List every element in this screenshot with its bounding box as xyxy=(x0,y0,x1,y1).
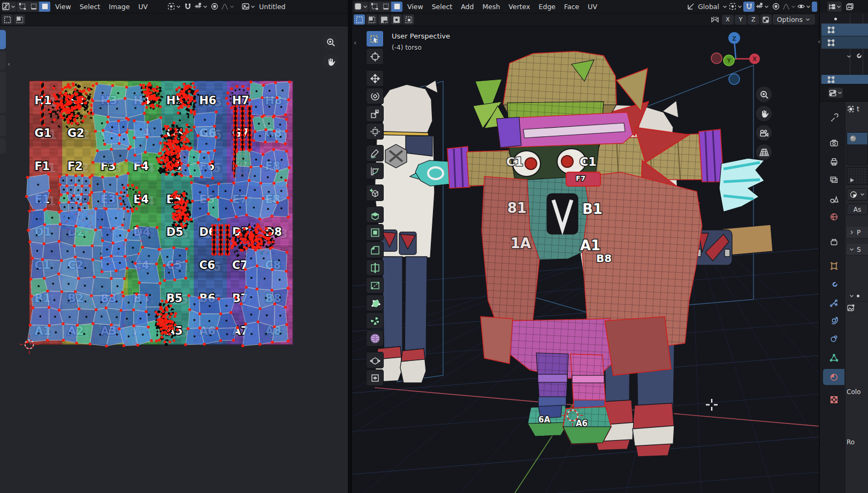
viewport-menu-edge[interactable]: Edge xyxy=(535,2,560,12)
properties-tab-object[interactable] xyxy=(823,258,844,274)
selectmode-extend-button[interactable] xyxy=(366,14,377,25)
viewport-menu-face[interactable]: Face xyxy=(560,2,583,12)
properties-tab-particles[interactable] xyxy=(823,295,844,311)
uv-pan-button[interactable] xyxy=(323,54,338,70)
uv-menu-uv[interactable]: UV xyxy=(134,2,152,12)
tool-knife-button[interactable] xyxy=(366,277,384,294)
panel-preview-header[interactable]: P xyxy=(847,227,868,238)
uv-tool-misc-stub[interactable] xyxy=(0,138,6,154)
play-icon[interactable] xyxy=(849,178,855,183)
properties-editor-type-button[interactable] xyxy=(828,88,843,98)
material-slot-selected[interactable] xyxy=(847,133,867,144)
properties-tab-collection[interactable] xyxy=(823,234,844,250)
viewport-menu-vertex[interactable]: Vertex xyxy=(504,2,534,12)
outliner-row-selected-3[interactable] xyxy=(821,75,868,84)
tool-spin-button[interactable] xyxy=(366,312,384,329)
tool-extrude-region-button[interactable] xyxy=(366,206,384,223)
tool-scale-button[interactable] xyxy=(366,105,384,122)
proportional-edit-button[interactable] xyxy=(770,2,781,12)
uv-snap-with-button[interactable] xyxy=(194,2,208,12)
uv-select-face-button[interactable] xyxy=(39,2,50,12)
tool-rotate-button[interactable] xyxy=(366,88,384,104)
panel-node-header[interactable] xyxy=(847,291,868,302)
outliner-row-selected-1[interactable] xyxy=(821,24,868,36)
tool-move-button[interactable] xyxy=(366,70,384,87)
outliner-display-mode-button[interactable] xyxy=(827,2,842,12)
uv-pivot-button[interactable] xyxy=(167,2,181,12)
snap-toggle-button[interactable] xyxy=(743,2,755,12)
uv-selectmode-extend-button[interactable] xyxy=(14,14,25,25)
panel-surface-header[interactable]: S xyxy=(847,244,868,256)
properties-tab-modifiers[interactable] xyxy=(823,277,844,293)
sidebar-collapse-arrow[interactable]: ‹ xyxy=(818,37,820,45)
uv-select-edge-button[interactable] xyxy=(28,2,39,12)
uv-island-grid-28[interactable] xyxy=(240,247,290,348)
proportional-falloff-dropdown[interactable] xyxy=(782,2,796,12)
select-face-button[interactable] xyxy=(391,2,402,12)
uv-canvas[interactable]: H1H1H2H2H3H3H4H4H5H5H6H6H7H7H8H8G1G1G2G2… xyxy=(0,0,348,490)
viewport-zoom-button[interactable] xyxy=(756,87,772,102)
uv-tool-select-stub[interactable] xyxy=(0,30,6,49)
properties-tab-data[interactable] xyxy=(823,350,844,366)
image-texture-row[interactable] xyxy=(847,304,868,315)
properties-tab-render[interactable] xyxy=(823,135,844,151)
uv-tool-cursor-stub[interactable] xyxy=(0,51,6,70)
options-dropdown[interactable]: Options xyxy=(773,14,815,25)
selectmode-set-button[interactable] xyxy=(354,14,365,25)
tool-loop-cut-button[interactable] xyxy=(366,259,384,276)
selectmode-intersect-button[interactable] xyxy=(403,14,414,25)
uv-tool-transform-stub[interactable] xyxy=(0,72,6,113)
uv-menu-view[interactable]: View xyxy=(51,2,75,12)
viewport-menu-add[interactable]: Add xyxy=(456,2,478,12)
properties-tab-material[interactable] xyxy=(823,369,844,385)
selectmode-invert-button[interactable] xyxy=(391,14,402,25)
outliner-row-dot[interactable] xyxy=(821,15,868,22)
properties-tab-output[interactable] xyxy=(823,153,844,170)
tool-bevel-button[interactable] xyxy=(366,242,384,258)
uv-snap-magnet-button[interactable] xyxy=(182,2,193,12)
snap-with-dropdown[interactable] xyxy=(755,2,770,12)
overlay-dropdown-sliver[interactable] xyxy=(812,2,817,12)
uv-menu-image[interactable]: Image xyxy=(104,2,134,12)
tool-annotate-button[interactable] xyxy=(366,145,384,161)
tool-shrink-fatten-button[interactable] xyxy=(366,369,384,386)
viewport-pan-button[interactable] xyxy=(756,106,772,121)
mirror-axis-x-button[interactable]: X xyxy=(722,15,734,25)
viewport-menu-view[interactable]: View xyxy=(403,2,428,12)
viewport-menu-select[interactable]: Select xyxy=(428,2,457,12)
selectmode-subtract-button[interactable] xyxy=(378,14,390,25)
uv-island-redbars-25[interactable] xyxy=(211,224,231,255)
properties-tab-physics[interactable] xyxy=(823,312,844,328)
uv-island-grid-6[interactable] xyxy=(247,80,291,117)
pivot-point-dropdown[interactable] xyxy=(728,2,743,12)
tool-smooth-button[interactable] xyxy=(366,330,384,346)
uv-zoom-button[interactable] xyxy=(323,34,338,50)
uv-proportional-edit-button[interactable] xyxy=(209,2,220,12)
editor-type-uv-button[interactable] xyxy=(2,2,16,12)
viewport-ortho-button[interactable] xyxy=(756,144,772,160)
visibility-dropdown[interactable] xyxy=(797,2,811,12)
editor-type-3d-button[interactable] xyxy=(354,2,368,12)
uv-island-grid-8[interactable] xyxy=(133,116,164,157)
transform-orientation-dropdown[interactable]: Global xyxy=(687,2,728,12)
uv-toolbar-sliver[interactable] xyxy=(0,30,6,156)
viewport-toolbar-collapse-arrow[interactable]: ‹ xyxy=(354,38,356,47)
properties-tab-texture[interactable] xyxy=(823,391,844,407)
properties-tab-view-layer[interactable] xyxy=(823,172,844,188)
tool-edge-slide-button[interactable] xyxy=(366,352,384,368)
uv-selectmode-set-button[interactable] xyxy=(2,14,13,25)
properties-tab-scene[interactable] xyxy=(823,191,844,207)
uv-island-grid-31[interactable] xyxy=(184,294,239,346)
uv-toolbar-collapse-arrow[interactable]: ‹ xyxy=(7,60,10,68)
viewport-camera-button[interactable] xyxy=(756,125,772,141)
select-vertex-button[interactable] xyxy=(369,2,380,12)
tool-measure-button[interactable] xyxy=(366,163,384,179)
tool-transform-button[interactable] xyxy=(366,123,384,140)
tool-add-cube-button[interactable] xyxy=(366,184,384,201)
uv-island-grid-7[interactable] xyxy=(102,118,132,148)
tool-poly-build-button[interactable] xyxy=(366,295,384,311)
uv-island-grid-21[interactable] xyxy=(189,179,290,221)
uv-menu-select[interactable]: Select xyxy=(75,2,105,12)
uv-island-grid-13[interactable] xyxy=(178,148,214,180)
snap-base-button[interactable] xyxy=(760,14,772,25)
